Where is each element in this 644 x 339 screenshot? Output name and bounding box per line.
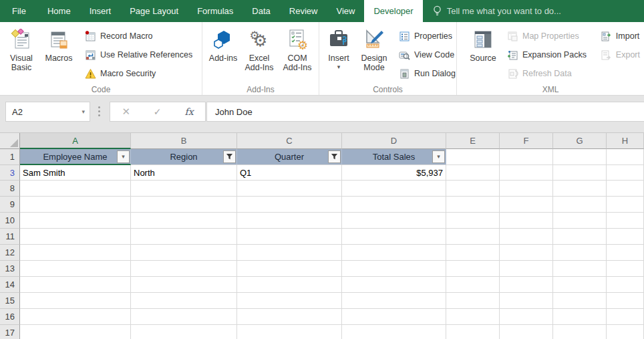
empty-cell[interactable] — [342, 277, 446, 293]
column-header-g[interactable]: G — [553, 133, 607, 149]
total-sales-filter-button[interactable]: ▾ — [432, 150, 445, 163]
empty-cell[interactable] — [20, 309, 131, 325]
empty-cell[interactable] — [607, 293, 644, 309]
employee-name-filter-button[interactable]: ▾ — [117, 150, 130, 163]
row-header[interactable]: 11 — [0, 229, 20, 245]
column-header-f[interactable]: F — [500, 133, 553, 149]
excel-add-ins-button[interactable]: ⚙⚙ Excel Add-Ins — [240, 23, 278, 86]
com-add-ins-button[interactable]: ⚙ COM Add-Ins — [278, 23, 317, 86]
import-button[interactable]: Import — [601, 27, 640, 45]
empty-cell[interactable] — [20, 277, 131, 293]
empty-cell[interactable] — [446, 229, 500, 245]
empty-cell[interactable] — [20, 229, 131, 245]
cell-g1[interactable] — [553, 149, 607, 165]
empty-cell[interactable] — [500, 213, 553, 229]
empty-cell[interactable] — [131, 261, 237, 277]
empty-cell[interactable] — [607, 229, 644, 245]
cell-h3[interactable] — [607, 165, 644, 181]
empty-cell[interactable] — [500, 277, 553, 293]
empty-cell[interactable] — [553, 229, 607, 245]
macros-button[interactable]: Macros — [39, 23, 78, 86]
empty-cell[interactable] — [131, 229, 237, 245]
row-header[interactable]: 15 — [0, 293, 20, 309]
column-header-e[interactable]: E — [446, 133, 500, 149]
column-header-d[interactable]: D — [342, 133, 446, 149]
empty-cell[interactable] — [553, 181, 607, 197]
use-relative-references-button[interactable]: Use Relative References — [85, 45, 192, 64]
empty-cell[interactable] — [446, 197, 500, 213]
empty-cell[interactable] — [237, 229, 342, 245]
tab-developer[interactable]: Developer — [364, 0, 422, 22]
cell-b3-region[interactable]: North — [131, 165, 237, 181]
map-properties-button[interactable]: Map Properties — [507, 27, 587, 45]
view-code-button[interactable]: View Code — [399, 45, 456, 64]
cell-e1[interactable] — [446, 149, 500, 165]
empty-cell[interactable] — [446, 181, 500, 197]
empty-cell[interactable] — [607, 197, 644, 213]
empty-cell[interactable] — [131, 277, 237, 293]
empty-cell[interactable] — [446, 309, 500, 325]
enter-icon[interactable]: ✓ — [154, 106, 162, 117]
name-box[interactable]: A2 ▾ — [5, 102, 90, 122]
visual-basic-button[interactable]: Visual Basic — [3, 23, 39, 86]
empty-cell[interactable] — [446, 245, 500, 261]
empty-cell[interactable] — [446, 277, 500, 293]
empty-cell[interactable] — [607, 181, 644, 197]
empty-cell[interactable] — [237, 245, 342, 261]
tab-file[interactable]: File — [0, 0, 38, 22]
empty-cell[interactable] — [20, 261, 131, 277]
empty-cell[interactable] — [607, 325, 644, 339]
empty-cell[interactable] — [553, 261, 607, 277]
formula-input[interactable]: John Doe — [206, 102, 644, 122]
empty-cell[interactable] — [20, 325, 131, 339]
row-header[interactable]: 16 — [0, 309, 20, 325]
empty-cell[interactable] — [607, 309, 644, 325]
empty-cell[interactable] — [607, 261, 644, 277]
empty-cell[interactable] — [446, 213, 500, 229]
formula-bar-drag-handle[interactable] — [98, 106, 100, 116]
empty-cell[interactable] — [607, 213, 644, 229]
cell-h1[interactable] — [607, 149, 644, 165]
empty-cell[interactable] — [553, 325, 607, 339]
cell-c3-quarter[interactable]: Q1 — [237, 165, 342, 181]
empty-cell[interactable] — [237, 213, 342, 229]
tell-me-box[interactable]: Tell me what you want to do... — [432, 0, 561, 22]
empty-cell[interactable] — [500, 261, 553, 277]
empty-cell[interactable] — [342, 309, 446, 325]
empty-cell[interactable] — [446, 293, 500, 309]
empty-cell[interactable] — [342, 261, 446, 277]
tab-review[interactable]: Review — [280, 0, 327, 22]
quarter-filter-button[interactable] — [328, 150, 341, 163]
tab-view[interactable]: View — [327, 0, 364, 22]
empty-cell[interactable] — [131, 325, 237, 339]
empty-cell[interactable] — [342, 213, 446, 229]
region-filter-button[interactable] — [223, 150, 236, 163]
empty-cell[interactable] — [20, 213, 131, 229]
empty-cell[interactable] — [342, 181, 446, 197]
tab-data[interactable]: Data — [243, 0, 279, 22]
row-header-3[interactable]: 3 — [0, 165, 20, 181]
tab-formulas[interactable]: Formulas — [188, 0, 243, 22]
insert-control-button[interactable]: Insert ▾ — [323, 23, 355, 86]
refresh-data-button[interactable]: Refresh Data — [507, 64, 587, 83]
empty-cell[interactable] — [237, 197, 342, 213]
cell-d3-total-sales[interactable]: $5,937 — [342, 165, 446, 181]
empty-cell[interactable] — [237, 293, 342, 309]
empty-cell[interactable] — [342, 325, 446, 339]
row-header-1[interactable]: 1 — [0, 149, 20, 165]
empty-cell[interactable] — [553, 309, 607, 325]
column-header-b[interactable]: B — [131, 133, 237, 149]
empty-cell[interactable] — [131, 293, 237, 309]
empty-cell[interactable] — [342, 245, 446, 261]
empty-cell[interactable] — [131, 197, 237, 213]
header-cell-total-sales[interactable]: Total Sales ▾ — [342, 149, 446, 165]
empty-cell[interactable] — [553, 245, 607, 261]
insert-function-icon[interactable]: fx — [184, 106, 193, 117]
empty-cell[interactable] — [553, 277, 607, 293]
cell-f1[interactable] — [500, 149, 553, 165]
empty-cell[interactable] — [131, 213, 237, 229]
header-cell-quarter[interactable]: Quarter — [237, 149, 342, 165]
cell-f3[interactable] — [500, 165, 553, 181]
empty-cell[interactable] — [237, 277, 342, 293]
empty-cell[interactable] — [500, 245, 553, 261]
